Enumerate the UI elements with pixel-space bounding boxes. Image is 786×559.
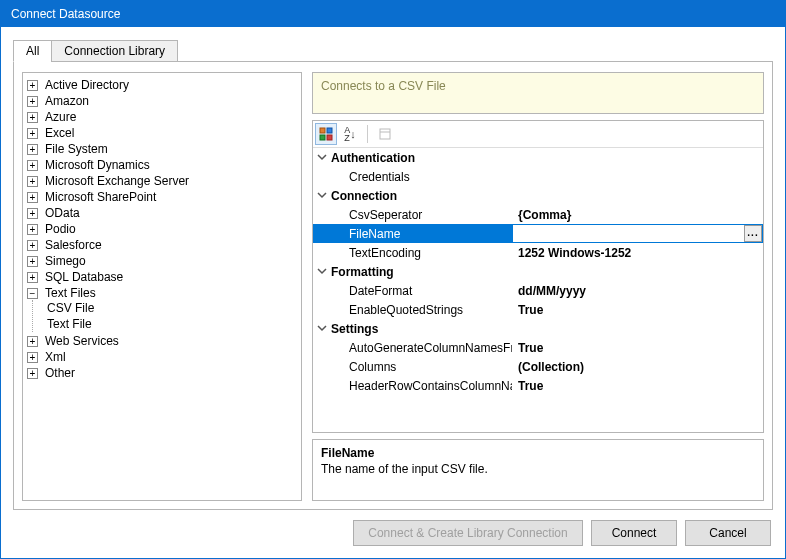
expand-icon[interactable]: + <box>27 336 38 347</box>
tree-item[interactable]: +Active Directory <box>27 78 301 92</box>
expand-icon[interactable]: + <box>27 144 38 155</box>
property-value[interactable]: True <box>512 303 763 317</box>
property-value[interactable]: ... <box>512 224 763 243</box>
banner-text: Connects to a CSV File <box>321 79 446 93</box>
expand-icon[interactable]: + <box>27 208 38 219</box>
property-row[interactable]: TextEncoding1252 Windows-1252 <box>313 243 763 262</box>
category-label: Formatting <box>331 265 763 279</box>
tree-item[interactable]: +Simego <box>27 254 301 268</box>
property-row[interactable]: Credentials <box>313 167 763 186</box>
property-row[interactable]: EnableQuotedStringsTrue <box>313 300 763 319</box>
expand-icon[interactable]: + <box>27 80 38 91</box>
property-value[interactable]: 1252 Windows-1252 <box>512 246 763 260</box>
tree-item[interactable]: +Microsoft Dynamics <box>27 158 301 172</box>
tree-item-label: Excel <box>45 126 74 140</box>
expand-icon[interactable]: + <box>27 112 38 123</box>
expand-icon[interactable]: + <box>27 176 38 187</box>
categorized-icon[interactable] <box>315 123 337 145</box>
property-row[interactable]: CsvSeperator{Comma} <box>313 205 763 224</box>
property-value[interactable]: True <box>512 379 763 393</box>
property-name: Columns <box>331 360 512 374</box>
property-row[interactable]: Columns(Collection) <box>313 357 763 376</box>
svg-rect-3 <box>327 135 332 140</box>
property-row[interactable]: DateFormatdd/MM/yyyy <box>313 281 763 300</box>
tree-item[interactable]: +Excel <box>27 126 301 140</box>
property-name: HeaderRowContainsColumnNames <box>331 379 512 393</box>
connect-button[interactable]: Connect <box>591 520 677 546</box>
tree-item[interactable]: +Other <box>27 366 301 380</box>
tree-item[interactable]: −Text Files <box>27 286 301 300</box>
tree-item[interactable]: +Microsoft Exchange Server <box>27 174 301 188</box>
chevron-down-icon[interactable] <box>313 151 331 165</box>
chevron-down-icon[interactable] <box>313 189 331 203</box>
tree-item-label: Xml <box>45 350 66 364</box>
cancel-label: Cancel <box>709 526 746 540</box>
property-toolbar: AZ↓ <box>313 121 763 148</box>
tree-item[interactable]: +Xml <box>27 350 301 364</box>
collapse-icon[interactable]: − <box>27 288 38 299</box>
expand-icon[interactable]: + <box>27 160 38 171</box>
tree-item-label: OData <box>45 206 80 220</box>
property-value[interactable]: (Collection) <box>512 360 763 374</box>
expand-icon[interactable]: + <box>27 128 38 139</box>
right-pane: Connects to a CSV File AZ↓ <box>312 72 764 501</box>
tree-pane: +Active Directory+Amazon+Azure+Excel+Fil… <box>22 72 302 501</box>
tree-item[interactable]: +Microsoft SharePoint <box>27 190 301 204</box>
connect-create-label: Connect & Create Library Connection <box>368 526 567 540</box>
property-name: EnableQuotedStrings <box>331 303 512 317</box>
property-value[interactable]: dd/MM/yyyy <box>512 284 763 298</box>
svg-rect-2 <box>320 135 325 140</box>
expand-icon[interactable]: + <box>27 240 38 251</box>
dialog-buttons: Connect & Create Library Connection Conn… <box>13 520 773 546</box>
property-category[interactable]: Authentication <box>313 148 763 167</box>
expand-icon[interactable]: + <box>27 368 38 379</box>
tree-item-label: SQL Database <box>45 270 123 284</box>
tree-item-label: Simego <box>45 254 86 268</box>
property-row[interactable]: AutoGenerateColumnNamesFromHeaderTrue <box>313 338 763 357</box>
tree-item[interactable]: +SQL Database <box>27 270 301 284</box>
property-category[interactable]: Settings <box>313 319 763 338</box>
tree-item[interactable]: CSV File <box>47 301 301 315</box>
expand-icon[interactable]: + <box>27 192 38 203</box>
expand-icon[interactable]: + <box>27 352 38 363</box>
category-label: Connection <box>331 189 763 203</box>
tree-item[interactable]: +Salesforce <box>27 238 301 252</box>
tree-item[interactable]: +File System <box>27 142 301 156</box>
browse-button[interactable]: ... <box>744 225 762 242</box>
property-grid: AuthenticationCredentialsConnectionCsvSe… <box>313 148 763 432</box>
connect-create-library-button[interactable]: Connect & Create Library Connection <box>353 520 583 546</box>
property-grid-container: AZ↓ AuthenticationCredentialsConnectionC… <box>312 120 764 433</box>
tab-all-label: All <box>26 44 39 58</box>
split-pane: +Active Directory+Amazon+Azure+Excel+Fil… <box>22 72 764 501</box>
tab-connection-library[interactable]: Connection Library <box>51 40 178 62</box>
category-label: Settings <box>331 322 763 336</box>
tree-item[interactable]: Text File <box>47 317 301 331</box>
property-row[interactable]: HeaderRowContainsColumnNamesTrue <box>313 376 763 395</box>
tree-item[interactable]: +Azure <box>27 110 301 124</box>
datasource-tree: +Active Directory+Amazon+Azure+Excel+Fil… <box>23 77 301 381</box>
tab-all[interactable]: All <box>13 40 52 62</box>
tree-item[interactable]: +Podio <box>27 222 301 236</box>
property-value[interactable]: True <box>512 341 763 355</box>
svg-rect-0 <box>320 128 325 133</box>
tree-item[interactable]: +Amazon <box>27 94 301 108</box>
property-row[interactable]: FileName... <box>313 224 763 243</box>
property-category[interactable]: Connection <box>313 186 763 205</box>
alpha-sort-icon[interactable]: AZ↓ <box>339 123 361 145</box>
property-name: Credentials <box>331 170 512 184</box>
chevron-down-icon[interactable] <box>313 322 331 336</box>
toolbar-separator <box>367 125 368 143</box>
tree-item[interactable]: +OData <box>27 206 301 220</box>
property-category[interactable]: Formatting <box>313 262 763 281</box>
expand-icon[interactable]: + <box>27 224 38 235</box>
cancel-button[interactable]: Cancel <box>685 520 771 546</box>
window-title: Connect Datasource <box>11 7 120 21</box>
tree-item[interactable]: +Web Services <box>27 334 301 348</box>
expand-icon[interactable]: + <box>27 256 38 267</box>
property-value[interactable]: {Comma} <box>512 208 763 222</box>
connect-label: Connect <box>612 526 657 540</box>
expand-icon[interactable]: + <box>27 96 38 107</box>
description-banner: Connects to a CSV File <box>312 72 764 114</box>
chevron-down-icon[interactable] <box>313 265 331 279</box>
expand-icon[interactable]: + <box>27 272 38 283</box>
